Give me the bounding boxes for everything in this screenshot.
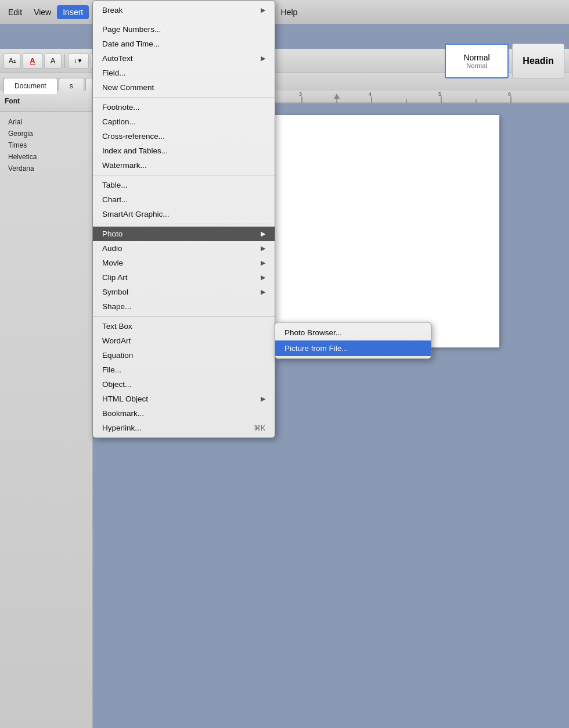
menu-item-photo-arrow: ▶ [261,230,265,238]
menu-item-break-label: Break [102,6,123,15]
menu-item-bookmark-label: Bookmark... [102,409,144,418]
menu-item-autotext[interactable]: AutoText ▶ [93,51,275,66]
style-heading-text: Headin [523,56,553,66]
submenu-item-photo-browser-label: Photo Browser... [284,328,342,337]
menu-item-index-tables[interactable]: Index and Tables... [93,144,275,158]
style-normal-text: Normal [463,53,489,62]
svg-text:6: 6 [508,91,511,97]
menu-item-clip-art[interactable]: Clip Art ▶ [93,270,275,285]
svg-text:3: 3 [299,91,302,97]
menu-item-movie-label: Movie [102,259,123,267]
menu-gap-1 [93,17,275,22]
left-panel: Font Arial Georgia Times Helvetica Verda… [0,91,93,728]
menu-item-file[interactable]: File... [93,363,275,377]
menubar: Edit View Insert Format Font Tools Table… [0,0,569,24]
menu-item-caption[interactable]: Caption... [93,114,275,129]
menubar-item-view[interactable]: View [28,5,57,19]
menu-item-clip-art-label: Clip Art [102,273,128,282]
menu-item-html-object[interactable]: HTML Object ▶ [93,392,275,406]
menu-item-table[interactable]: Table... [93,178,275,192]
font-list-item-5[interactable]: Verdana [5,163,88,174]
menu-item-bookmark[interactable]: Bookmark... [93,406,275,421]
ruler-marker[interactable] [334,94,340,99]
menu-item-symbol-label: Symbol [102,288,128,296]
font-list-item-3[interactable]: Times [5,139,88,151]
font-list-item-2[interactable]: Georgia [5,128,88,139]
menu-item-wordart-label: WordArt [102,336,131,345]
menu-item-caption-label: Caption... [102,117,136,126]
menu-item-smartart-graphic-label: SmartArt Graphic... [102,210,170,218]
menu-item-table-label: Table... [102,181,128,189]
menu-item-watermark[interactable]: Watermark... [93,158,275,173]
menu-sep-4 [93,316,275,317]
menu-item-footnote[interactable]: Footnote... [93,100,275,114]
svg-text:5: 5 [438,91,441,97]
style-heading-box[interactable]: Headin [512,44,564,78]
menu-item-hyperlink[interactable]: Hyperlink... ⌘K [93,421,275,435]
menu-item-new-comment-label: New Comment [102,83,154,92]
menu-item-symbol-arrow: ▶ [261,288,265,296]
tab-document[interactable]: Document [3,78,57,94]
font-list-item-4[interactable]: Helvetica [5,151,88,163]
menu-item-field-label: Field... [102,69,126,77]
menu-item-new-comment[interactable]: New Comment [93,80,275,95]
subscript-button[interactable]: A₂ [3,53,21,69]
menubar-item-edit[interactable]: Edit [2,5,28,19]
menu-item-equation-label: Equation [102,351,133,360]
menu-item-audio[interactable]: Audio ▶ [93,241,275,256]
menu-item-text-box-label: Text Box [102,322,132,331]
menu-item-page-numbers[interactable]: Page Numbers... [93,22,275,37]
menu-item-shape-label: Shape... [102,302,131,311]
menu-item-field[interactable]: Field... [93,66,275,80]
svg-text:4: 4 [369,91,372,97]
menu-item-break[interactable]: Break ▶ [93,3,275,17]
insert-menu: Break ▶ Page Numbers... Date and Time...… [92,0,275,438]
menu-item-shape[interactable]: Shape... [93,299,275,314]
menu-item-movie-arrow: ▶ [261,259,265,267]
menu-item-html-object-arrow: ▶ [261,395,265,403]
line-spacing-button[interactable]: ↕▼ [68,53,89,69]
menu-item-file-label: File... [102,365,121,374]
menu-item-cross-reference-label: Cross-reference... [102,132,165,141]
menu-item-date-time[interactable]: Date and Time... [93,37,275,51]
menu-item-cross-reference[interactable]: Cross-reference... [93,129,275,144]
menu-item-equation[interactable]: Equation [93,348,275,363]
highlight-button[interactable]: A [44,53,62,69]
left-panel-content: Arial Georgia Times Helvetica Verdana [0,112,92,179]
toolbar-sep-6 [64,54,65,68]
font-color-underline-button[interactable]: A [22,53,43,69]
menu-item-html-object-label: HTML Object [102,395,148,403]
menu-sep-1 [93,97,275,98]
menu-item-object-label: Object... [102,380,131,389]
menu-item-text-box[interactable]: Text Box [93,319,275,333]
submenu-item-photo-browser[interactable]: Photo Browser... [275,325,431,340]
menubar-item-insert[interactable]: Insert [57,5,89,19]
menu-item-page-numbers-label: Page Numbers... [102,25,161,34]
menu-item-photo[interactable]: Photo ▶ [93,227,275,241]
submenu-item-picture-from-file-label: Picture from File... [284,344,348,353]
menu-item-audio-arrow: ▶ [261,245,265,252]
menu-item-date-time-label: Date and Time... [102,40,160,48]
style-normal-sublabel: Normal [466,62,487,69]
menu-item-photo-label: Photo [102,229,123,238]
menu-item-hyperlink-shortcut: ⌘K [254,424,265,432]
menu-item-wordart[interactable]: WordArt [93,333,275,348]
font-list-item-1[interactable]: Arial [5,116,88,128]
menu-sep-3 [93,224,275,224]
menu-item-watermark-label: Watermark... [102,161,147,170]
menu-item-movie[interactable]: Movie ▶ [93,256,275,270]
menu-item-audio-label: Audio [102,244,123,253]
submenu-item-picture-from-file[interactable]: Picture from File... [275,340,431,356]
menu-item-symbol[interactable]: Symbol ▶ [93,285,275,299]
menu-item-clip-art-arrow: ▶ [261,274,265,281]
menu-item-break-arrow: ▶ [261,6,265,14]
menu-item-object[interactable]: Object... [93,377,275,392]
menubar-item-help[interactable]: Help [275,5,304,19]
style-normal-box[interactable]: Normal Normal [445,44,509,78]
menu-item-chart[interactable]: Chart... [93,192,275,207]
menu-item-footnote-label: Footnote... [102,103,140,112]
menu-item-autotext-arrow: ▶ [261,55,265,62]
menu-item-smartart-graphic[interactable]: SmartArt Graphic... [93,207,275,221]
photo-submenu: Photo Browser... Picture from File... [275,322,431,359]
menu-item-chart-label: Chart... [102,195,128,204]
